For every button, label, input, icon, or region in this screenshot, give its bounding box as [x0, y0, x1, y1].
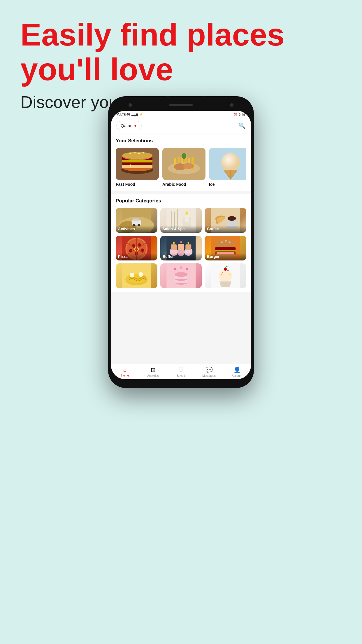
nav-saved-label: Saved — [177, 374, 185, 377]
svg-rect-44 — [184, 214, 189, 222]
category-salon-label: Salon & Spa — [160, 225, 202, 233]
category-pizza-label: Pizza — [116, 253, 157, 260]
location-label: Qatar — [121, 123, 132, 128]
selection-fast-food[interactable]: Fast Food — [116, 148, 159, 187]
svg-point-57 — [129, 249, 132, 253]
account-icon: 👤 — [233, 366, 241, 373]
search-button[interactable]: 🔍 — [238, 122, 246, 129]
popular-categories-section: Popular Categories — [111, 194, 251, 292]
category-item8[interactable] — [160, 263, 202, 288]
svg-point-49 — [228, 216, 236, 221]
svg-rect-67 — [171, 244, 177, 250]
phone-speaker — [169, 104, 193, 106]
status-bar: VoLTE 4G ▂▄▆ ⚡ ⏰ 9:49 — [111, 111, 251, 118]
svg-point-105 — [224, 268, 227, 271]
category-activities[interactable]: Activities — [116, 208, 157, 233]
ice-image — [209, 148, 246, 180]
category-buffet-label: Buffet — [160, 253, 202, 260]
category-grid: Activities — [116, 208, 246, 288]
carrier-text: VoLTE 4G — [117, 113, 130, 116]
svg-point-75 — [221, 242, 223, 243]
arabic-food-image — [162, 148, 205, 180]
category-coffee-label: Coffee — [205, 225, 246, 233]
svg-point-87 — [138, 272, 143, 277]
svg-point-8 — [122, 152, 152, 159]
svg-point-77 — [229, 242, 231, 243]
saved-icon: ♡ — [178, 366, 184, 373]
svg-point-99 — [219, 269, 232, 282]
category-coffee[interactable]: Coffee — [205, 208, 246, 233]
svg-point-76 — [225, 240, 227, 242]
phone-top-bar — [111, 99, 251, 111]
app-topbar: Qatar ▼ 🔍 — [111, 118, 251, 134]
category-buffet[interactable]: Buffet — [160, 236, 202, 260]
svg-rect-69 — [185, 244, 191, 250]
alarm-icon: ⏰ — [233, 113, 238, 116]
svg-point-71 — [180, 241, 182, 243]
nav-account[interactable]: 👤 Account — [223, 366, 251, 377]
status-left: VoLTE 4G ▂▄▆ ⚡ — [117, 113, 143, 116]
categories-title: Popular Categories — [116, 198, 246, 204]
category-activities-label: Activities — [116, 225, 157, 233]
svg-rect-36 — [133, 218, 139, 221]
search-icon: 🔍 — [238, 123, 246, 129]
fast-food-image — [116, 148, 159, 180]
selections-scroll[interactable]: Fast Food — [116, 148, 246, 187]
svg-point-22 — [183, 163, 194, 169]
status-right: ⏰ 9:49 — [233, 113, 245, 116]
nav-activities-label: Activities — [147, 374, 159, 377]
selection-arabic-food[interactable]: Arabic Food — [162, 148, 205, 187]
your-selections-section: Your Selections — [111, 134, 251, 191]
signal-bars: ▂▄▆ — [131, 113, 138, 116]
arabic-food-label: Arabic Food — [162, 182, 186, 187]
svg-point-70 — [173, 242, 175, 244]
category-pizza[interactable]: Pizza — [116, 236, 157, 260]
bottom-navigation: ⌂ Home ⊞ Activities ♡ Saved 💬 Messages 👤… — [111, 364, 251, 379]
svg-point-95 — [180, 266, 182, 269]
category-burger-label: Burger — [205, 253, 246, 260]
ice-label: Ice — [209, 182, 215, 187]
category-item9[interactable] — [205, 263, 246, 288]
selections-title: Your Selections — [116, 138, 246, 144]
category-salon-spa[interactable]: Salon & Spa — [160, 208, 202, 233]
category-item7[interactable] — [116, 263, 157, 288]
phone-camera-left — [129, 103, 132, 107]
fast-food-label: Fast Food — [116, 182, 135, 187]
svg-point-11 — [138, 153, 140, 154]
svg-point-27 — [221, 153, 240, 172]
svg-rect-68 — [178, 244, 184, 250]
messages-icon: 💬 — [205, 366, 213, 373]
svg-point-45 — [185, 211, 188, 215]
nav-account-label: Account — [232, 374, 242, 377]
main-headline: Easily find places you'll love — [20, 18, 342, 87]
nav-saved[interactable]: ♡ Saved — [167, 366, 195, 377]
dropdown-arrow-icon: ▼ — [133, 123, 138, 128]
home-icon: ⌂ — [123, 366, 127, 373]
nav-home[interactable]: ⌂ Home — [111, 366, 139, 377]
wifi-icon: ⚡ — [139, 113, 143, 116]
location-selector[interactable]: Qatar ▼ — [116, 121, 142, 130]
svg-point-10 — [134, 152, 136, 153]
category-burger[interactable]: Burger — [205, 236, 246, 260]
nav-activities[interactable]: ⊞ Activities — [139, 366, 167, 377]
nav-home-label: Home — [121, 374, 129, 377]
svg-point-12 — [143, 152, 144, 153]
activities-icon: ⊞ — [151, 366, 156, 373]
svg-point-96 — [186, 268, 188, 270]
svg-point-93 — [175, 272, 187, 277]
time-display: 9:49 — [239, 113, 245, 116]
nav-messages[interactable]: 💬 Messages — [195, 366, 223, 377]
app-content[interactable]: Your Selections — [111, 134, 251, 364]
phone-shell: VoLTE 4G ▂▄▆ ⚡ ⏰ 9:49 Qatar ▼ 🔍 Your Se — [108, 96, 254, 388]
svg-point-86 — [130, 273, 134, 277]
svg-point-72 — [187, 242, 189, 244]
phone-camera-right — [230, 103, 233, 107]
svg-point-94 — [174, 268, 176, 270]
svg-point-9 — [129, 153, 131, 154]
phone-screen: VoLTE 4G ▂▄▆ ⚡ ⏰ 9:49 Qatar ▼ 🔍 Your Se — [111, 111, 251, 379]
nav-messages-label: Messages — [202, 374, 216, 377]
selection-ice[interactable]: Ice — [209, 148, 246, 187]
